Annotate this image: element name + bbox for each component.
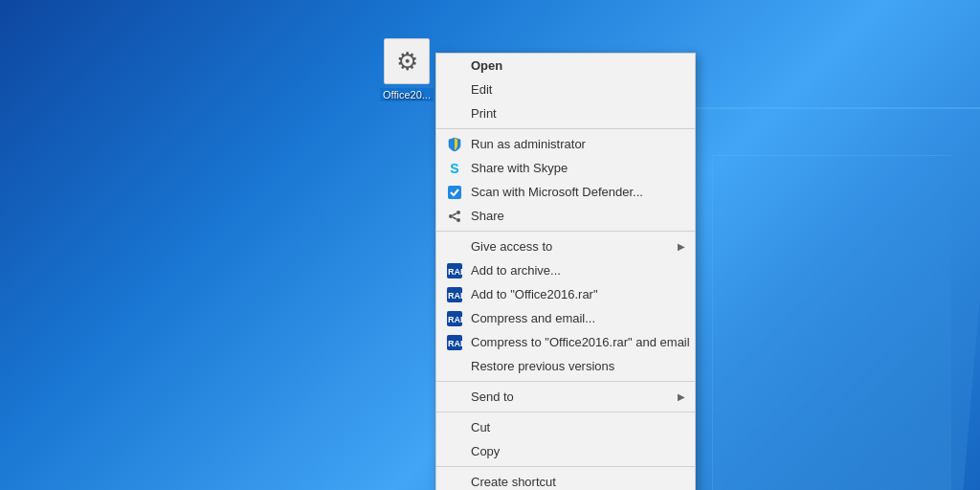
menu-item-label-restore-versions: Restore previous versions	[471, 359, 614, 373]
svg-text:RAR: RAR	[448, 291, 463, 301]
submenu-arrow-give-access: ▶	[678, 241, 685, 252]
menu-item-share[interactable]: Share	[436, 204, 695, 228]
bg-decoration-1	[657, 107, 980, 490]
menu-separator	[436, 128, 695, 129]
menu-item-scan-defender[interactable]: Scan with Microsoft Defender...	[436, 180, 695, 204]
menu-item-label-compress-office: Compress to "Office2016.rar" and email	[471, 335, 690, 349]
menu-item-edit[interactable]: Edit	[436, 78, 695, 101]
gear-icon: ⚙	[396, 47, 418, 77]
svg-point-2	[449, 214, 453, 218]
menu-item-print[interactable]: Print	[436, 101, 695, 125]
menu-item-compress-email[interactable]: RARCompress and email...	[436, 306, 695, 330]
svg-point-3	[457, 218, 460, 222]
menu-item-share-skype[interactable]: SShare with Skype	[436, 156, 695, 180]
menu-item-label-share: Share	[471, 209, 504, 223]
svg-text:RAR: RAR	[448, 315, 463, 324]
svg-point-1	[457, 211, 460, 214]
menu-item-send-to[interactable]: Send to▶	[436, 385, 695, 409]
menu-item-copy[interactable]: Copy	[436, 439, 695, 463]
menu-item-create-shortcut[interactable]: Create shortcut	[436, 470, 695, 490]
menu-item-label-edit: Edit	[471, 82, 492, 97]
share-icon	[446, 208, 463, 225]
menu-separator	[436, 231, 695, 232]
desktop-icon-image: ⚙	[384, 38, 430, 84]
svg-text:RAR: RAR	[448, 267, 463, 277]
shield-icon	[446, 136, 463, 153]
menu-item-label-share-skype: Share with Skype	[471, 161, 568, 175]
rar-icon: RAR	[446, 286, 463, 303]
menu-separator	[436, 412, 695, 412]
menu-item-cut[interactable]: Cut	[436, 415, 695, 439]
menu-item-label-compress-email: Compress and email...	[471, 311, 595, 325]
bg-decoration-2	[712, 155, 951, 490]
svg-rect-0	[448, 186, 461, 199]
menu-item-run-admin[interactable]: Run as administrator	[436, 132, 695, 156]
menu-separator	[436, 466, 695, 467]
menu-item-label-cut: Cut	[471, 420, 490, 434]
skype-icon: S	[446, 160, 463, 177]
menu-separator	[436, 381, 695, 382]
menu-item-label-print: Print	[471, 106, 497, 121]
desktop-icon-office[interactable]: ⚙ Office20...	[373, 38, 440, 101]
desktop: ⚙ Office20... OpenEditPrintRun as admini…	[0, 0, 980, 490]
rar-icon: RAR	[446, 262, 463, 279]
menu-item-add-archive[interactable]: RARAdd to archive...	[436, 258, 695, 282]
defender-icon	[446, 184, 463, 201]
svg-line-5	[453, 217, 457, 219]
menu-item-label-create-shortcut: Create shortcut	[471, 475, 556, 489]
menu-item-label-open: Open	[471, 58, 502, 73]
menu-item-label-scan-defender: Scan with Microsoft Defender...	[471, 185, 643, 199]
menu-item-label-add-archive: Add to archive...	[471, 263, 561, 278]
menu-item-compress-office[interactable]: RARCompress to "Office2016.rar" and emai…	[436, 330, 695, 354]
svg-line-4	[453, 213, 457, 215]
menu-item-label-run-admin: Run as administrator	[471, 137, 586, 151]
menu-item-add-office-rar[interactable]: RARAdd to "Office2016.rar"	[436, 282, 695, 306]
menu-item-label-give-access: Give access to	[471, 239, 552, 254]
menu-item-restore-versions[interactable]: Restore previous versions	[436, 354, 695, 378]
menu-item-label-add-office-rar: Add to "Office2016.rar"	[471, 287, 598, 301]
rar-icon: RAR	[446, 334, 463, 351]
context-menu: OpenEditPrintRun as administratorSShare …	[435, 53, 696, 490]
menu-item-label-copy: Copy	[471, 444, 500, 458]
svg-text:RAR: RAR	[448, 339, 463, 348]
desktop-icon-label: Office20...	[380, 88, 434, 101]
submenu-arrow-send-to: ▶	[678, 391, 685, 402]
menu-item-give-access[interactable]: Give access to▶	[436, 234, 695, 258]
menu-item-label-send-to: Send to	[471, 390, 514, 404]
rar-icon: RAR	[446, 310, 463, 327]
menu-item-open[interactable]: Open	[436, 54, 695, 78]
